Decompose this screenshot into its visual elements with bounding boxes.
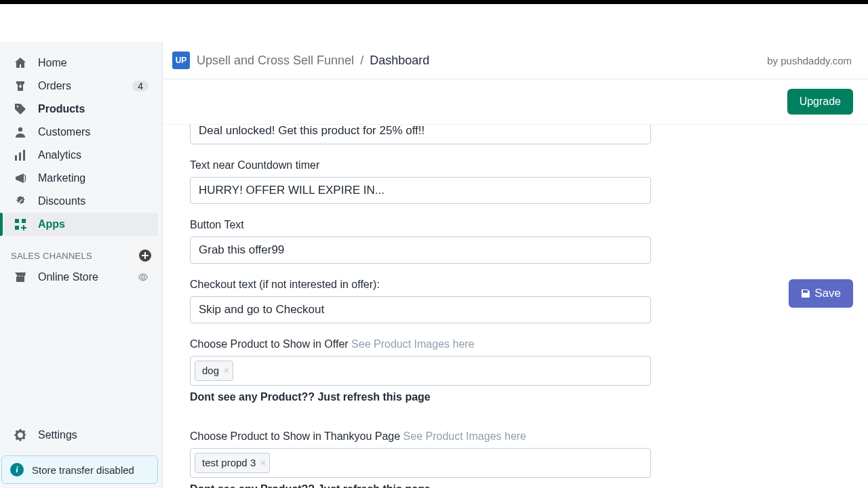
content-header: UP Upsell and Cross Sell Funnel / Dashbo… xyxy=(163,42,868,79)
product-tag: test propd 3 ✕ xyxy=(195,453,270,473)
countdown-label: Text near Countdown timer xyxy=(190,159,651,171)
sidebar-item-label: Marketing xyxy=(38,172,149,184)
product-tag: dog ✕ xyxy=(195,361,233,381)
remove-tag-icon[interactable]: ✕ xyxy=(260,458,267,468)
sidebar-item-home[interactable]: Home xyxy=(4,52,158,75)
svg-rect-3 xyxy=(19,152,21,161)
breadcrumb: Upsell and Cross Sell Funnel / Dashboard xyxy=(197,54,429,68)
breadcrumb-app[interactable]: Upsell and Cross Sell Funnel xyxy=(197,54,354,67)
sidebar-item-customers[interactable]: Customers xyxy=(4,121,158,144)
checkout-text-label: Checkout text (if not interested in offe… xyxy=(190,279,651,291)
sidebar-item-label: Orders xyxy=(38,80,121,92)
thankyou-product-link[interactable]: See Product Images here xyxy=(403,430,526,442)
svg-rect-2 xyxy=(15,155,17,161)
sidebar-item-label: Customers xyxy=(38,126,149,138)
info-icon: i xyxy=(10,463,24,476)
orders-badge: 4 xyxy=(132,81,149,92)
discounts-icon xyxy=(14,195,27,208)
svg-point-0 xyxy=(17,106,18,107)
refresh-helper: Dont see any Product?? Just refresh this… xyxy=(190,483,651,488)
upgrade-button[interactable]: Upgrade xyxy=(787,89,853,115)
store-icon xyxy=(14,270,27,284)
sidebar-item-online-store[interactable]: Online Store xyxy=(4,266,158,289)
breadcrumb-current: Dashboard xyxy=(370,54,429,67)
sidebar-item-label: Online Store xyxy=(38,271,127,283)
thankyou-product-picker[interactable]: test propd 3 ✕ xyxy=(190,448,651,478)
marketing-icon xyxy=(14,171,27,185)
sidebar-item-marketing[interactable]: Marketing xyxy=(4,167,158,190)
content-area: UP Upsell and Cross Sell Funnel / Dashbo… xyxy=(163,42,868,488)
svg-rect-7 xyxy=(15,226,19,230)
sidebar-item-apps[interactable]: Apps xyxy=(4,213,158,236)
home-icon xyxy=(14,56,27,70)
refresh-helper: Dont see any Product?? Just refresh this… xyxy=(190,391,651,403)
by-line: by pushdaddy.com xyxy=(767,55,852,66)
analytics-icon xyxy=(14,148,27,162)
apps-icon xyxy=(14,218,27,231)
sidebar-item-label: Home xyxy=(38,57,149,69)
breadcrumb-sep: / xyxy=(360,54,363,67)
button-text-label: Button Text xyxy=(190,219,651,231)
sidebar-item-settings[interactable]: Settings xyxy=(0,422,162,449)
remove-tag-icon[interactable]: ✕ xyxy=(223,366,230,375)
gear-icon xyxy=(14,428,27,442)
form-scroll[interactable]: Save Text near Countdown timer Button Te… xyxy=(163,125,868,488)
save-icon xyxy=(801,289,810,298)
add-sales-channel-button[interactable] xyxy=(139,249,151,262)
save-button[interactable]: Save xyxy=(789,279,853,308)
sub-header: Upgrade xyxy=(163,79,868,125)
deal-unlocked-input[interactable] xyxy=(190,125,651,144)
svg-rect-4 xyxy=(23,150,25,161)
sidebar-item-label: Apps xyxy=(38,218,149,230)
sidebar-item-label: Discounts xyxy=(38,195,149,207)
products-icon xyxy=(14,102,27,116)
svg-rect-5 xyxy=(15,219,19,223)
sidebar-item-orders[interactable]: Orders 4 xyxy=(4,75,158,98)
svg-point-1 xyxy=(18,127,22,131)
countdown-input[interactable] xyxy=(190,177,651,204)
sidebar: Home Orders 4 Products Customers xyxy=(0,42,163,488)
sidebar-item-analytics[interactable]: Analytics xyxy=(4,144,158,167)
header-blank xyxy=(0,4,868,42)
settings-label: Settings xyxy=(38,429,77,441)
button-text-input[interactable] xyxy=(190,237,651,264)
app-logo-badge: UP xyxy=(172,52,190,69)
sidebar-item-label: Analytics xyxy=(38,149,149,161)
offer-product-link[interactable]: See Product Images here xyxy=(351,338,474,350)
sales-channels-heading: SALES CHANNELS xyxy=(11,251,92,261)
checkout-text-input[interactable] xyxy=(190,296,651,323)
save-button-label: Save xyxy=(814,287,841,300)
sidebar-item-label: Products xyxy=(38,103,149,115)
sidebar-item-products[interactable]: Products xyxy=(4,98,158,121)
thankyou-product-label: Choose Product to Show in Thankyou Page … xyxy=(190,430,651,443)
svg-point-8 xyxy=(142,276,145,279)
transfer-banner-text: Store transfer disabled xyxy=(32,464,134,476)
orders-icon xyxy=(14,79,27,93)
offer-product-label: Choose Product to Show in Offer See Prod… xyxy=(190,338,651,350)
sidebar-item-discounts[interactable]: Discounts xyxy=(4,190,158,213)
offer-product-picker[interactable]: dog ✕ xyxy=(190,356,651,386)
view-store-icon[interactable] xyxy=(138,272,149,283)
svg-rect-6 xyxy=(22,219,26,223)
transfer-banner: i Store transfer disabled xyxy=(1,455,158,484)
customers-icon xyxy=(14,125,27,139)
